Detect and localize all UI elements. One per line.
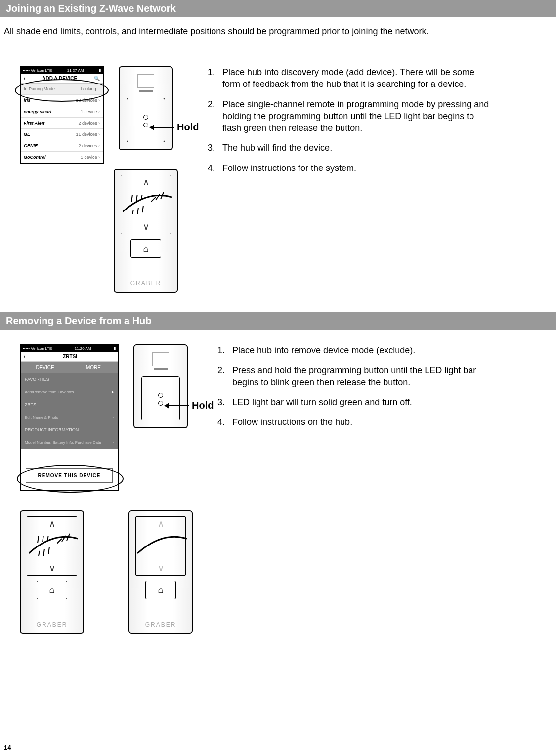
chevron-right-icon: › — [112, 415, 114, 420]
remote-brand-label: GRABER — [129, 621, 192, 628]
remote-button-1 — [158, 393, 163, 398]
remote-top-button — [137, 74, 154, 88]
favorites-label: FAVORITES — [25, 377, 49, 382]
step-item: Place single-channel remote in programmi… — [217, 98, 494, 134]
svg-line-15 — [39, 551, 40, 556]
remote-brand-label: GRABER — [115, 280, 177, 287]
brand-row: GENIE — [24, 143, 38, 148]
device-count: 1 device › — [81, 109, 100, 114]
remote-led-bar — [154, 368, 168, 370]
hold-label: Hold — [177, 122, 199, 133]
device-count: 2 devices › — [78, 121, 100, 126]
chevron-down-icon: ∨ — [49, 563, 55, 574]
back-icon: ‹ — [24, 76, 25, 81]
phone-carrier: ••••• Verizon LTE — [23, 68, 52, 73]
remote-programming-button — [158, 401, 163, 406]
remote-small-hold-2: Hold — [133, 344, 188, 428]
zrtsi-label: ZRTSI — [25, 402, 38, 407]
highlight-circle — [15, 79, 109, 102]
step-item: Follow instructions for the system. — [217, 162, 494, 174]
chevron-right-icon: › — [112, 440, 114, 445]
highlight-circle — [17, 465, 124, 493]
hold-arrow: Hold — [149, 122, 199, 133]
section-header-joining: Joining an Existing Z-Wave Network — [0, 0, 556, 17]
chevron-down-icon: ∨ — [158, 563, 164, 574]
home-button: ⌂ — [130, 239, 161, 258]
brand-row: energy smart — [24, 109, 52, 114]
phone-add-device: ••••• Verizon LTE 11:27 AM ▮ ‹ ADD A DEV… — [20, 66, 104, 164]
device-count: 1 device › — [81, 155, 100, 160]
remote-programming-button — [143, 123, 148, 127]
remote-led-bar — [139, 90, 153, 92]
home-button: ⌂ — [37, 581, 67, 599]
svg-line-16 — [43, 549, 44, 556]
check-icon: ● — [111, 390, 114, 394]
hold-label: Hold — [192, 400, 214, 411]
home-button: ⌂ — [145, 581, 176, 599]
phone-carrier: ••••• Verizon LTE — [23, 346, 52, 351]
step-item: Press and hold the programming button un… — [227, 364, 504, 388]
more-tab: MORE — [69, 362, 118, 373]
section2-content: ••••• Verizon LTE 11:26 AM ▮ ‹ ZRTSI DEV… — [0, 344, 556, 491]
remote-button-1 — [143, 115, 148, 120]
chevron-up-icon: ∧ — [49, 518, 55, 529]
svg-line-13 — [43, 536, 43, 542]
svg-line-6 — [132, 210, 133, 214]
step-item: LED light bar will turn solid green and … — [227, 396, 504, 408]
footer-rule — [0, 739, 556, 739]
phone-time: 11:26 AM — [75, 346, 91, 351]
brand-row: GE — [24, 132, 30, 137]
remote-large-idle: ∧ ∨ ⌂ GRABER — [128, 510, 193, 634]
remote-large-flashing: ∧ ∨ ⌂ GRABER — [114, 169, 178, 293]
step-item: The hub will find the device. — [217, 142, 494, 154]
chevron-up-icon: ∧ — [158, 518, 164, 529]
swoosh-icon — [29, 536, 75, 556]
product-info-label: PRODUCT INFORMATION — [25, 427, 79, 432]
swoosh-icon — [137, 536, 184, 556]
remote-panel — [141, 376, 180, 420]
remote-top-button — [152, 352, 169, 366]
step-item: Follow instructions on the hub. — [227, 416, 504, 428]
device-tab: DEVICE — [21, 362, 69, 373]
intro-text: All shade end limits, controls, and inte… — [4, 26, 556, 37]
phone-battery-icon: ▮ — [114, 346, 116, 351]
product-info-sub: Model Number, Battery Info, Purchase Dat… — [25, 440, 101, 445]
remote-brand-label: GRABER — [21, 621, 83, 628]
chevron-down-icon: ∨ — [143, 221, 149, 232]
remote-panel — [127, 98, 165, 142]
chevron-up-icon: ∧ — [143, 177, 149, 188]
swoosh-icon — [123, 195, 169, 214]
phone-title: ZRTSI — [63, 354, 77, 359]
brand-row: First Alert — [24, 121, 44, 126]
phone-remove-device: ••••• Verizon LTE 11:26 AM ▮ ‹ ZRTSI DEV… — [20, 344, 119, 491]
svg-line-17 — [48, 547, 49, 554]
phone-battery-icon: ▮ — [99, 68, 101, 73]
remote-large-flashing-2: ∧ ∨ ⌂ GRABER — [20, 510, 84, 634]
step-item: Place hub into discovery mode (add devic… — [217, 66, 494, 90]
svg-line-12 — [38, 536, 39, 543]
remote-small-hold: Hold — [119, 66, 173, 150]
brand-row: GoControl — [24, 155, 46, 160]
svg-line-4 — [136, 195, 137, 201]
bottom-remotes-row: ∧ ∨ ⌂ GRABER ∧ ∨ ⌂ GRABER — [20, 510, 556, 634]
section2-steps: Place hub into remove device mode (exclu… — [227, 344, 504, 436]
section1-steps: Place hub into discovery mode (add devic… — [217, 66, 494, 182]
page-number: 14 — [4, 744, 11, 751]
device-count: 11 devices › — [76, 132, 100, 137]
section-header-removing: Removing a Device from a Hub — [0, 312, 556, 330]
search-icon: 🔍 — [94, 76, 100, 81]
section1-content: ••••• Verizon LTE 11:27 AM ▮ ‹ ADD A DEV… — [0, 66, 556, 293]
device-count: 2 devices › — [78, 143, 100, 148]
svg-line-8 — [142, 206, 143, 212]
svg-line-7 — [137, 208, 138, 214]
back-icon: ‹ — [24, 354, 25, 359]
zrtsi-sub: Edit Name & Photo — [25, 415, 58, 420]
step-item: Place hub into remove device mode (exclu… — [227, 344, 504, 356]
phone-time: 11:27 AM — [67, 68, 84, 73]
hold-arrow: Hold — [164, 400, 214, 411]
svg-line-3 — [131, 195, 132, 202]
favorites-sub: Add/Remove from Favorites — [25, 390, 74, 394]
